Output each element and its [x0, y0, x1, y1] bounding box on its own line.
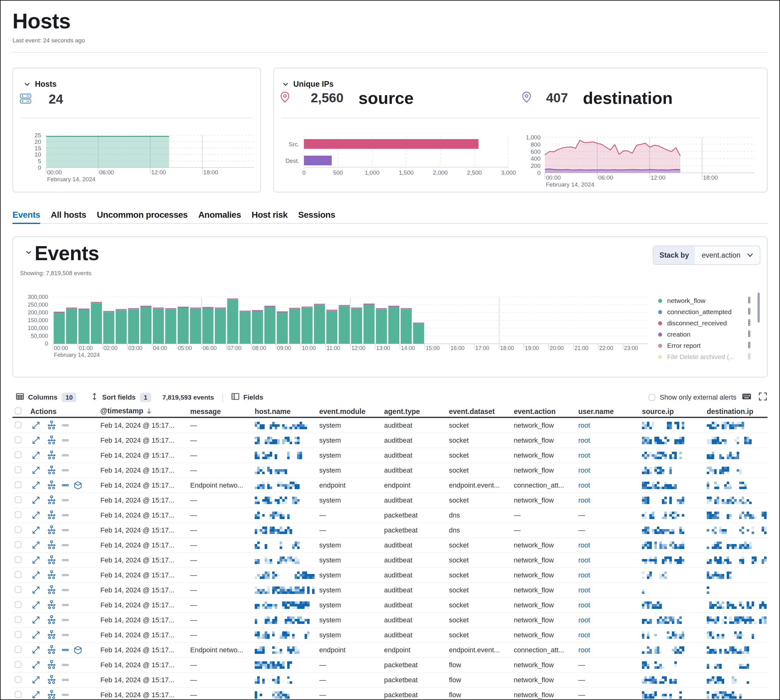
expand-event-icon[interactable] [32, 526, 40, 534]
cell-host-name-redacted[interactable] [255, 422, 319, 429]
column-header-message[interactable]: message [190, 407, 255, 416]
user-name-link[interactable]: root [578, 452, 590, 459]
user-name-link[interactable]: root [578, 556, 590, 564]
column-header-Actions[interactable]: Actions [27, 407, 100, 416]
select-row-checkbox[interactable] [15, 437, 22, 443]
expand-event-icon[interactable] [32, 436, 40, 445]
cell-host-name-redacted[interactable] [255, 646, 319, 654]
cell-host-name-redacted[interactable] [255, 452, 319, 459]
more-actions-icon[interactable] [62, 557, 69, 564]
analyze-event-icon[interactable] [47, 450, 57, 460]
cell-source-ip-redacted[interactable] [642, 587, 707, 594]
cell-user-name[interactable]: root [578, 586, 642, 594]
cell-destination-ip-redacted[interactable] [707, 467, 769, 474]
select-row-checkbox[interactable] [15, 601, 22, 608]
cell-source-ip-redacted[interactable] [642, 572, 707, 579]
cell-user-name[interactable]: root [578, 616, 642, 624]
cell-user-name[interactable]: root [578, 601, 642, 609]
cell-source-ip-redacted[interactable] [642, 691, 707, 699]
analyze-event-icon[interactable] [47, 690, 57, 700]
select-row-checkbox[interactable] [15, 422, 22, 428]
collapse-chevron-icon[interactable] [25, 249, 32, 256]
select-row-checkbox[interactable] [15, 646, 22, 653]
column-header-hostname[interactable]: host.name [255, 407, 319, 416]
cell-destination-ip-redacted[interactable] [707, 617, 769, 624]
select-all-checkbox[interactable] [15, 407, 22, 414]
cell-host-name-redacted[interactable] [255, 497, 319, 504]
cell-destination-ip-redacted[interactable] [707, 602, 769, 609]
cell-destination-ip-redacted[interactable] [707, 676, 769, 684]
cell-source-ip-redacted[interactable] [642, 422, 707, 429]
tab-host-risk[interactable]: Host risk [251, 210, 288, 223]
cell-destination-ip-redacted[interactable] [707, 587, 769, 594]
user-name-link[interactable]: root [578, 481, 590, 489]
cell-source-ip-redacted[interactable] [642, 437, 707, 444]
cell-user-name[interactable]: root [578, 571, 642, 579]
cell-source-ip-redacted[interactable] [642, 617, 707, 624]
cell-host-name-redacted[interactable] [255, 437, 319, 444]
column-header-eventaction[interactable]: event.action [514, 407, 578, 416]
analyze-event-icon[interactable] [47, 480, 57, 490]
legend-item-menu-icon[interactable] [747, 297, 752, 305]
column-header-timestamp[interactable]: @timestamp [100, 407, 190, 417]
cell-source-ip-redacted[interactable] [642, 632, 707, 639]
select-row-checkbox[interactable] [15, 661, 22, 668]
cell-destination-ip-redacted[interactable] [707, 632, 769, 639]
select-row-checkbox[interactable] [15, 481, 22, 488]
column-header-sourceip[interactable]: source.ip [642, 407, 707, 416]
user-name-link[interactable]: root [578, 422, 590, 429]
column-header-username[interactable]: user.name [578, 407, 642, 416]
legend-item[interactable]: connection_attempted [658, 306, 752, 318]
cell-destination-ip-redacted[interactable] [707, 497, 769, 504]
analyze-event-icon[interactable] [47, 540, 57, 550]
select-row-checkbox[interactable] [15, 556, 22, 563]
more-actions-icon[interactable] [62, 646, 69, 653]
expand-event-icon[interactable] [32, 481, 40, 490]
user-name-link[interactable]: root [578, 586, 590, 594]
cell-destination-ip-redacted[interactable] [707, 422, 769, 429]
more-actions-icon[interactable] [62, 617, 69, 623]
cell-user-name[interactable]: root [578, 467, 642, 475]
sort-fields-button[interactable]: Sort fields 1 [91, 393, 151, 402]
select-row-checkbox[interactable] [15, 452, 22, 458]
expand-event-icon[interactable] [32, 556, 40, 564]
cell-destination-ip-redacted[interactable] [707, 437, 769, 444]
more-actions-icon[interactable] [62, 632, 69, 638]
user-name-link[interactable]: root [578, 467, 590, 474]
analyze-event-icon[interactable] [47, 555, 57, 565]
user-name-link[interactable]: root [578, 646, 590, 654]
column-header-eventmodule[interactable]: event.module [319, 407, 384, 416]
expand-event-icon[interactable] [32, 511, 40, 519]
more-actions-icon[interactable] [62, 602, 69, 608]
expand-event-icon[interactable] [32, 496, 40, 504]
keyboard-shortcuts-icon[interactable] [742, 392, 751, 402]
select-row-checkbox[interactable] [15, 676, 22, 683]
cell-destination-ip-redacted[interactable] [707, 572, 769, 579]
analyze-event-icon[interactable] [47, 660, 57, 670]
cell-user-name[interactable]: root [578, 646, 642, 654]
legend-item[interactable]: network_flow [658, 295, 752, 306]
more-actions-icon[interactable] [62, 587, 69, 593]
select-row-checkbox[interactable] [15, 496, 22, 503]
cell-host-name-redacted[interactable] [255, 527, 319, 534]
analyze-event-icon[interactable] [47, 570, 57, 580]
more-actions-icon[interactable] [62, 512, 69, 519]
user-name-link[interactable]: root [578, 437, 590, 444]
legend-item[interactable]: creation [658, 329, 752, 340]
analyze-event-icon[interactable] [47, 615, 57, 625]
cell-host-name-redacted[interactable] [255, 602, 319, 609]
analyze-event-icon[interactable] [47, 630, 57, 640]
cell-destination-ip-redacted[interactable] [707, 527, 769, 534]
cell-host-name-redacted[interactable] [255, 632, 319, 639]
more-actions-icon[interactable] [62, 452, 69, 459]
expand-event-icon[interactable] [32, 421, 40, 430]
expand-event-icon[interactable] [32, 646, 40, 654]
analyze-event-icon[interactable] [47, 510, 57, 520]
user-name-link[interactable]: root [578, 631, 590, 639]
analyze-event-icon[interactable] [47, 465, 57, 475]
expand-event-icon[interactable] [32, 571, 40, 579]
user-name-link[interactable]: root [578, 541, 590, 549]
more-actions-icon[interactable] [62, 467, 69, 474]
cell-host-name-redacted[interactable] [255, 557, 319, 564]
user-name-link[interactable]: root [578, 616, 590, 624]
